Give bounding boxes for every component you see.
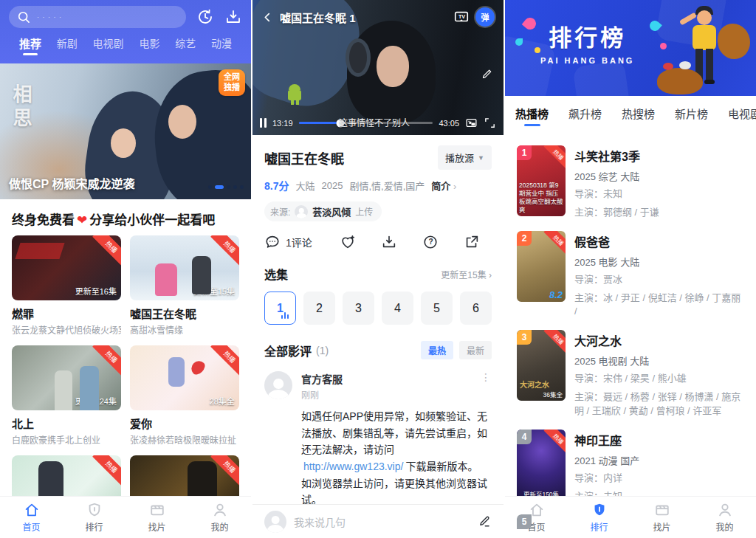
tab-tv-list[interactable]: 电视剧 — [728, 106, 756, 130]
comment-input-bar[interactable]: 我来说几句 — [252, 504, 504, 538]
sort-hottest-button[interactable]: 最热 — [421, 341, 453, 359]
rank-item-3[interactable]: 3 热播 大河之水 36集全 大河之水 2025 电视剧 大陆 导演：宋伟 / … — [517, 330, 744, 418]
cast-tv-icon[interactable]: TV — [453, 9, 470, 25]
rank-title: 大河之水 — [574, 331, 744, 349]
favorite-heart-icon[interactable] — [340, 234, 356, 250]
rank-poster: 2 热播 8.2 — [517, 231, 566, 302]
episode-button-5[interactable]: 5 — [421, 292, 453, 325]
hero-calligraphy: 相思 — [7, 84, 35, 131]
person-icon — [212, 502, 228, 518]
promo-section-title: 终身免费看❤分享给小伙伴一起看吧 — [0, 199, 251, 235]
update-status[interactable]: 更新至15集 › — [441, 268, 492, 280]
card-desc: 白鹿欧豪携手北上创业 — [12, 433, 121, 446]
pause-icon[interactable] — [260, 118, 267, 128]
year: 2025 — [321, 180, 343, 191]
comment-count-button[interactable]: 1评论 — [264, 234, 312, 250]
tab-variety[interactable]: 综艺 — [175, 35, 196, 58]
ranking-banner: 排行榜 PAI HANG BANG — [505, 0, 756, 96]
svg-text:?: ? — [428, 238, 433, 246]
commenter-avatar — [264, 371, 292, 399]
search-icon — [16, 10, 31, 24]
video-card[interactable]: 热播 更新至16集 燃罪 张云龙蔡文静代旭侦破火场案件 — [12, 235, 121, 336]
ranking-shield-icon — [86, 502, 103, 518]
episode-button-2[interactable]: 2 — [303, 292, 335, 325]
danmaku-toggle-icon[interactable]: 弹 — [475, 7, 495, 27]
player-controls: 13:19 这事情怪不了别人 43:05 — [252, 117, 504, 129]
episode-button-1[interactable]: 1 — [264, 292, 296, 325]
episode-button-3[interactable]: 3 — [343, 292, 374, 325]
region: 大陆 — [295, 179, 315, 193]
write-pen-icon[interactable] — [478, 514, 492, 528]
video-card[interactable]: 热播 28集全 爱你 张凌赫徐若晗极限暧昧拉扯 — [130, 345, 239, 446]
back-icon[interactable] — [261, 11, 274, 24]
tab-hot-list[interactable]: 热播榜 — [515, 106, 549, 130]
episodes-header: 选集 — [264, 265, 288, 283]
episode-badge: 更新至24集 — [75, 395, 117, 407]
tab-movies[interactable]: 电影 — [139, 35, 159, 58]
tab-rising-list[interactable]: 飙升榜 — [568, 106, 602, 130]
intro-link[interactable]: 简介 › — [431, 179, 456, 193]
tab-anime[interactable]: 动漫 — [211, 35, 232, 58]
episode-button-6[interactable]: 6 — [460, 292, 492, 325]
poster-overlay-text: 20250318 第9期营业中 指压板跳高空翻太酸爽 — [519, 182, 563, 214]
hero-banner[interactable]: 相思 全网 独播 做恨CP 杨颖宋威龙逆袭 — [0, 63, 251, 199]
rank-item-2[interactable]: 2 热播 8.2 假爸爸 2025 电影 大陆 导演：贾冰 主演：冰 / 尹正 … — [517, 231, 744, 320]
hot-ribbon: 热播 — [210, 235, 239, 266]
film-icon — [654, 502, 670, 518]
comment-bubble-icon — [264, 234, 281, 250]
download-manager-icon[interactable] — [224, 8, 242, 26]
play-source-button[interactable]: 播放源▼ — [438, 145, 492, 170]
help-icon[interactable]: ? — [422, 234, 439, 250]
poster-title-text: 大河之水 — [520, 379, 549, 390]
more-options-icon[interactable]: ⋮ — [481, 371, 492, 383]
nav-find[interactable]: 找片 — [126, 497, 188, 538]
progress-bar[interactable]: 这事情怪不了别人 — [299, 122, 433, 124]
card-desc: 张云龙蔡文静代旭侦破火场案件 — [12, 323, 121, 336]
ranking-screen: 排行榜 PAI HANG BANG 热播榜 飙升榜 热搜榜 新片榜 电视剧 电影… — [505, 0, 756, 538]
card-title: 燃罪 — [12, 306, 121, 321]
chevron-down-icon: ▼ — [478, 154, 484, 162]
tab-search-list[interactable]: 热搜榜 — [622, 106, 655, 130]
nav-profile[interactable]: 我的 — [188, 497, 251, 538]
rank-item-4[interactable]: 4 热播 更新至150集 神印王座 2021 动漫 国产 导演：内详 主演：未知 — [517, 430, 744, 504]
video-title: 嘘国王在冬眠 — [264, 148, 344, 168]
total-time: 43:05 — [439, 119, 459, 128]
nav-home[interactable]: 首页 — [0, 497, 63, 538]
nav-ranking[interactable]: 排行 — [63, 497, 126, 538]
ranking-bottom-nav: 首页 排行 找片 我的 — [505, 496, 756, 538]
nav-profile[interactable]: 我的 — [693, 497, 756, 538]
fullscreen-icon[interactable] — [484, 117, 496, 129]
search-input[interactable]: · · · · · — [9, 6, 186, 28]
rank-meta: 2025 电影 大陆 — [574, 255, 744, 269]
rank-item-1[interactable]: 1 热播 20250318 第9期营业中 指压板跳高空翻太酸爽 斗笑社第3季 2… — [517, 145, 744, 220]
share-icon[interactable] — [464, 234, 480, 250]
download-icon[interactable] — [381, 234, 397, 250]
history-icon[interactable] — [196, 8, 214, 26]
tab-new-list[interactable]: 新片榜 — [675, 106, 708, 130]
ranking-tabs: 热播榜 飙升榜 热搜榜 新片榜 电视剧 电影 — [505, 96, 756, 130]
nav-find[interactable]: 找片 — [630, 497, 693, 538]
rank-director: 导演：内详 — [574, 472, 744, 486]
rank-number-badge: 3 — [517, 330, 532, 345]
uploader-pill[interactable]: 来源: 芸淡风倾 上传 — [264, 201, 382, 221]
hero-caption: 做恨CP 杨颖宋威龙逆袭 — [9, 174, 134, 192]
video-card[interactable]: 热播 更新至24集 北上 白鹿欧豪携手北上创业 — [12, 345, 121, 446]
nav-ranking[interactable]: 排行 — [568, 497, 630, 538]
hot-ribbon: 热播 — [543, 231, 566, 255]
tab-tv-series[interactable]: 电视剧 — [93, 35, 124, 58]
download-link[interactable]: http://www.gw123.vip/ — [303, 461, 403, 472]
episode-button-4[interactable]: 4 — [382, 292, 413, 325]
nav-home[interactable]: 首页 — [505, 497, 568, 538]
tab-new-drama[interactable]: 新剧 — [57, 35, 78, 58]
sort-newest-button[interactable]: 最新 — [459, 341, 492, 359]
rank-cast: 主演：冰 / 尹正 / 倪虹洁 / 徐峥 / 丁嘉丽 / — [574, 292, 744, 320]
carousel-dots[interactable] — [208, 185, 244, 189]
hot-ribbon: 热播 — [210, 345, 239, 376]
tab-recommend[interactable]: 推荐 — [19, 35, 41, 58]
video-player[interactable]: 嘘国王在冬眠 1 TV 弹 13:19 这事情怪不了别人 43:05 — [252, 0, 504, 135]
reviews-header: 全部影评 — [264, 342, 312, 359]
edit-danmaku-icon[interactable] — [481, 68, 493, 80]
video-card[interactable]: 热播 更新至15集 嘘国王在冬眠 高甜冰雪情缘 — [130, 235, 239, 336]
pip-icon[interactable] — [465, 117, 478, 129]
rank-number-badge: 5 — [517, 514, 532, 529]
